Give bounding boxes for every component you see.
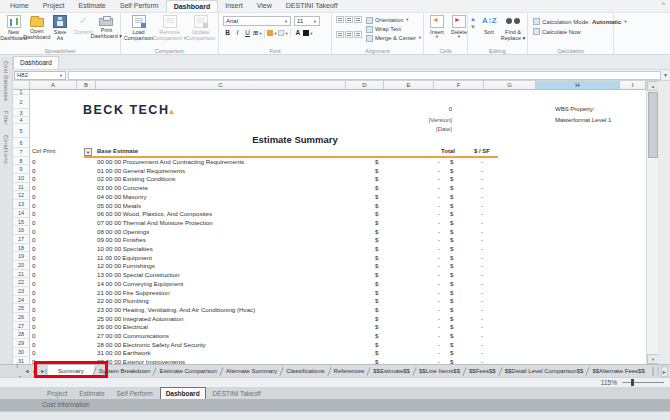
sheet-tab-estimate[interactable]: $$Estimate$$ [369, 365, 414, 377]
save-as-button[interactable]: SaveAs [48, 14, 71, 46]
borders-button[interactable]: ⊞▼ [253, 28, 262, 38]
ribbon-tab-insert[interactable]: Insert [218, 0, 250, 12]
wrap-text-button[interactable]: Wrap Text [366, 25, 422, 33]
vertical-scrollbar[interactable]: ▲ ▼ [646, 81, 658, 364]
table-row[interactable]: 021 00 00 Fire Suppression$-$- [13, 289, 646, 298]
formula-bar[interactable] [68, 71, 661, 80]
table-row[interactable]: 003 00 00 Concrete$-$- [13, 184, 646, 193]
table-row[interactable]: 004 00 00 Masonry$-$- [13, 193, 646, 202]
table-row[interactable]: 028 00 00 Electronic Safety And Security… [13, 341, 646, 350]
table-row[interactable]: 011 00 00 Equipment$-$- [13, 254, 646, 263]
fill-color-button[interactable]: ▼ [267, 28, 277, 38]
sheet-tab-estimate-comparison[interactable]: Estimate Comparison [155, 365, 220, 377]
side-panel-conditions[interactable]: Conditions [3, 135, 9, 164]
bold-button[interactable]: B [223, 28, 232, 38]
ribbon-collapse-chevron[interactable]: ^ [662, 1, 665, 8]
next-sheet-icon[interactable]: ► [31, 365, 39, 377]
table-row[interactable]: 001 00 00 General Requirements$-$- [13, 167, 646, 176]
insert-button[interactable]: Insert▾ [426, 14, 448, 46]
column-header-f[interactable]: F [434, 81, 484, 89]
table-row[interactable]: 006 00 00 Wood, Plastics, And Composites… [13, 210, 646, 219]
column-header-e[interactable]: E [384, 81, 434, 89]
side-panel-filter[interactable]: Filter [3, 111, 9, 125]
calculation-mode-dropdown[interactable]: Calculation Mode: Automatic ▼ [533, 18, 627, 25]
table-row[interactable]: 014 00 00 Conveying Equipment$-$- [13, 280, 646, 289]
column-header-b[interactable]: B [77, 81, 96, 89]
bottom-tab-dashboard[interactable]: Dashboard [160, 387, 206, 400]
print-dashboard-button[interactable]: PrintDashboard ▾ [95, 14, 118, 46]
sheet-tab-alternate-summary[interactable]: Alternate Summary [222, 365, 281, 377]
align-middle-button[interactable] [345, 16, 353, 23]
scroll-down-icon[interactable]: ▼ [647, 354, 658, 364]
vertical-scroll-thumb[interactable] [648, 92, 658, 158]
scroll-right-icon[interactable]: ► [661, 366, 668, 377]
sheet-tab-scroll-button[interactable] [652, 367, 654, 376]
table-row[interactable]: 007 00 00 Thermal And Moisture Protectio… [13, 219, 646, 228]
align-center-button[interactable] [345, 31, 353, 38]
underline-button[interactable]: U [243, 28, 252, 38]
table-row[interactable]: 008 00 00 Openings$-$- [13, 228, 646, 237]
table-row[interactable]: 027 00 00 Communications$-$- [13, 332, 646, 341]
sort-descending-icon[interactable]: ▼ [470, 24, 476, 30]
font-size-dropdown[interactable]: 11▼ [294, 16, 320, 26]
sheet-tab-fees[interactable]: $$Fees$$ [465, 365, 500, 377]
doc-tab-dashboard[interactable]: Dashboard [13, 56, 59, 69]
horizontal-scrollbar[interactable] [657, 367, 659, 376]
new-dashboard-button[interactable]: NewDashboard [2, 14, 25, 46]
bottom-tab-self-perform[interactable]: Self Perform [112, 388, 158, 399]
font-color-letter[interactable]: A [293, 28, 302, 38]
table-row[interactable]: 026 00 00 Electrical$-$- [13, 323, 646, 332]
ribbon-tab-self-perform[interactable]: Self Perform [113, 0, 166, 12]
ribbon-tab-home[interactable]: Home [3, 0, 36, 12]
filter-dropdown-icon[interactable]: ▼ [84, 148, 92, 156]
ribbon-tab-estimate[interactable]: Estimate [71, 0, 112, 12]
ribbon-tab-view[interactable]: View [250, 0, 279, 12]
italic-button[interactable]: I [233, 28, 242, 38]
bottom-tab-estimate[interactable]: Estimate [74, 388, 109, 399]
table-row[interactable]: 013 00 00 Special Construction$-$- [13, 271, 646, 280]
ribbon-tab-destini-takeoff[interactable]: DESTINI Takeoff [279, 0, 345, 12]
column-header-c[interactable]: C [96, 81, 346, 89]
sheet-tab-references[interactable]: References [330, 365, 369, 377]
pattern-button[interactable]: ▼ [278, 28, 288, 38]
table-row[interactable]: 022 00 00 Plumbing$-$- [13, 297, 646, 306]
calculate-now-button[interactable]: Calculate Now [533, 28, 627, 35]
column-header-i[interactable]: I [620, 81, 646, 89]
bottom-tab-project[interactable]: Project [42, 388, 72, 399]
load-comparison-button[interactable]: LoadComparison [123, 14, 154, 46]
sheet-tab-alternate-fees[interactable]: $$Alternate Fees$$ [588, 365, 648, 377]
table-row[interactable]: 025 00 00 Integrated Automation$-$- [13, 315, 646, 324]
side-panel-cost-database[interactable]: Cost Database [3, 61, 9, 101]
font-color-button[interactable]: ▼ [303, 28, 313, 38]
align-top-button[interactable] [336, 16, 344, 23]
ribbon-tab-dashboard[interactable]: Dashboard [166, 0, 219, 12]
align-right-button[interactable] [354, 31, 362, 38]
sheet-tab-system-breakdown[interactable]: System Breakdown [95, 365, 155, 377]
table-row[interactable]: 023 00 00 Heating, Ventilating, And Air … [13, 306, 646, 315]
sheet-tab-summary[interactable]: Summary [48, 365, 94, 377]
select-all-corner[interactable] [13, 81, 30, 89]
ribbon-tab-project[interactable]: Project [36, 0, 72, 12]
table-row[interactable]: 010 00 00 Specialties$-$- [13, 245, 646, 254]
zoom-slider-thumb[interactable] [631, 379, 634, 386]
prev-sheet-icon[interactable]: ◄ [23, 365, 31, 377]
align-left-button[interactable] [336, 31, 344, 38]
table-row[interactable]: 031 00 00 Earthwork$-$- [13, 349, 646, 358]
sort-button[interactable]: A↕ZSort [477, 14, 501, 46]
bottom-tab-destini-takeoff[interactable]: DESTINI Takeoff [208, 388, 266, 399]
sheet-tab-line-items[interactable]: $$Line Items$$ [415, 365, 464, 377]
column-header-a[interactable]: A [30, 81, 77, 89]
formula-bar-expand-icon[interactable]: ▼ [663, 72, 670, 78]
last-sheet-icon[interactable]: ►| [39, 365, 48, 377]
zoom-slider[interactable] [622, 382, 664, 383]
sheet-tab-detail-level-comparison[interactable]: $$Detail Level Comparison$$ [501, 365, 588, 377]
column-header-g[interactable]: G [484, 81, 536, 89]
scroll-up-icon[interactable]: ▲ [647, 81, 658, 91]
sort-ascending-icon[interactable]: ▲ [470, 16, 476, 22]
table-row[interactable]: 002 00 00 Existing Conditions$-$- [13, 175, 646, 184]
table-row[interactable]: 009 00 00 Finishes$-$- [13, 236, 646, 245]
find-replace-button[interactable]: Find &Replace ▾ [501, 14, 525, 46]
merge-center-button[interactable]: Merge & Center▼ [366, 34, 422, 42]
font-name-dropdown[interactable]: Arial▼ [223, 16, 291, 26]
sheet-tab-classifications[interactable]: Classifications [282, 365, 328, 377]
